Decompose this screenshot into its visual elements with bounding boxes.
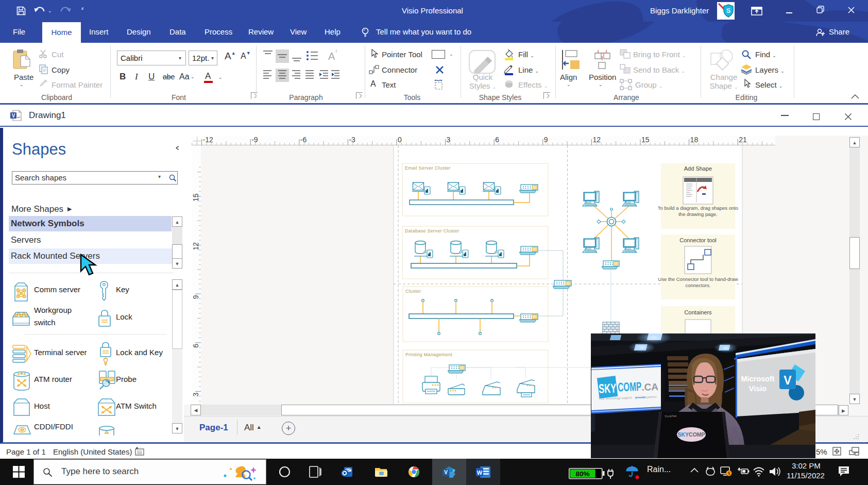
svg-text:To build a diagram, drag shape: To build a diagram, drag shapes onto xyxy=(658,205,738,211)
svg-text:80%: 80% xyxy=(575,470,589,478)
svg-text:V: V xyxy=(784,374,792,387)
svg-text:Database Server Cluster: Database Server Cluster xyxy=(405,228,459,233)
svg-text:18: 18 xyxy=(690,136,699,144)
svg-text:Use the Connector tool to hand: Use the Connector tool to hand-draw xyxy=(658,276,738,282)
svg-text:3: 3 xyxy=(447,136,451,144)
svg-text:provider: provider xyxy=(635,396,646,399)
svg-text:Email Server Cluster: Email Server Cluster xyxy=(405,165,451,171)
svg-text:21: 21 xyxy=(739,136,747,144)
svg-text:12: 12 xyxy=(592,136,601,144)
svg-text:0: 0 xyxy=(398,136,402,144)
svg-text:9: 9 xyxy=(192,295,200,299)
svg-text:Printing Management: Printing Management xyxy=(405,352,452,357)
svg-text:A: A xyxy=(328,51,335,62)
svg-text:W: W xyxy=(477,470,483,476)
svg-text:Connector tool: Connector tool xyxy=(679,237,717,243)
svg-text:SKYCOMP: SKYCOMP xyxy=(677,431,705,438)
svg-text:9: 9 xyxy=(544,136,548,144)
svg-text:15: 15 xyxy=(641,136,650,144)
svg-text:3: 3 xyxy=(192,392,200,396)
svg-text:-6: -6 xyxy=(300,136,307,144)
svg-text:Add Shape: Add Shape xyxy=(684,165,712,172)
svg-text:15: 15 xyxy=(192,193,200,202)
svg-text:Visio: Visio xyxy=(749,384,767,393)
svg-text:connectors.: connectors. xyxy=(685,282,710,288)
svg-text:Containers: Containers xyxy=(684,309,712,315)
svg-text:12: 12 xyxy=(192,242,200,250)
svg-text:-12: -12 xyxy=(203,136,213,144)
svg-text:Cluster: Cluster xyxy=(405,289,421,294)
svg-text:6: 6 xyxy=(192,344,200,348)
svg-text:S: S xyxy=(726,7,731,14)
svg-text:partner: partner xyxy=(647,395,657,399)
svg-text:6: 6 xyxy=(495,136,499,144)
svg-text:the drawing page.: the drawing page. xyxy=(678,211,718,217)
svg-text:SKY: SKY xyxy=(599,381,617,396)
svg-text:-3: -3 xyxy=(349,136,355,144)
svg-text:V: V xyxy=(12,113,15,119)
svg-text:V: V xyxy=(444,470,448,475)
svg-text:Microsoft: Microsoft xyxy=(741,375,774,383)
svg-text:.CA: .CA xyxy=(641,381,659,393)
svg-text:COMP: COMP xyxy=(618,379,642,394)
svg-text:-9: -9 xyxy=(251,136,258,144)
